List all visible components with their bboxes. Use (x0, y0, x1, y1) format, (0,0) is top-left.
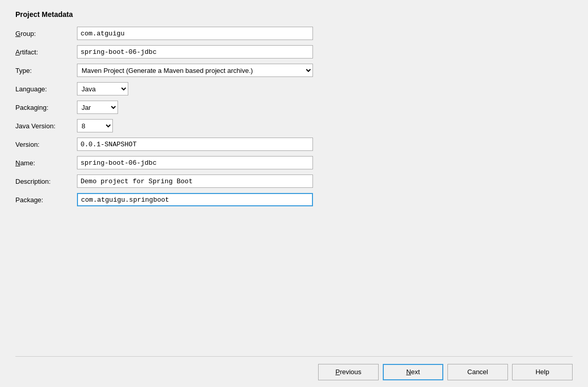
language-select[interactable]: Java Kotlin Groovy (77, 82, 128, 95)
next-button[interactable]: Next (383, 364, 443, 380)
group-input[interactable] (77, 27, 313, 40)
artifact-label: Artifact: (15, 48, 77, 56)
type-label: Type: (15, 67, 77, 74)
description-row: Description: (15, 175, 573, 188)
language-label: Language: (15, 85, 77, 93)
version-input[interactable] (77, 138, 313, 151)
description-input[interactable] (77, 175, 313, 188)
name-row: Name: (15, 156, 573, 169)
java-version-label: Java Version: (15, 122, 77, 130)
artifact-input[interactable] (77, 45, 313, 59)
package-label: Package: (15, 196, 77, 204)
group-row: Group: (15, 27, 573, 40)
packaging-label: Packaging: (15, 104, 77, 111)
language-row: Language: Java Kotlin Groovy (15, 82, 573, 95)
project-metadata-dialog: Project Metadata Group: Artifact: Type: … (0, 0, 588, 387)
previous-button[interactable]: Previous (318, 364, 379, 380)
name-label: Name: (15, 159, 77, 167)
section-title: Project Metadata (15, 10, 573, 18)
version-row: Version: (15, 138, 573, 151)
type-row: Type: Maven Project (Generate a Maven ba… (15, 64, 573, 77)
package-input[interactable] (77, 193, 313, 206)
button-bar: Previous Next Cancel Help (15, 356, 573, 387)
form-container: Project Metadata Group: Artifact: Type: … (15, 10, 573, 356)
java-version-select[interactable]: 8 11 17 (77, 119, 113, 132)
java-version-row: Java Version: 8 11 17 (15, 119, 573, 132)
packaging-row: Packaging: Jar War (15, 101, 573, 114)
type-select[interactable]: Maven Project (Generate a Maven based pr… (77, 64, 313, 77)
group-label: Group: (15, 30, 77, 37)
package-row: Package: (15, 193, 573, 206)
packaging-select[interactable]: Jar War (77, 101, 118, 114)
version-label: Version: (15, 141, 77, 148)
name-input[interactable] (77, 156, 313, 169)
description-label: Description: (15, 178, 77, 185)
cancel-button[interactable]: Cancel (447, 364, 508, 380)
help-button[interactable]: Help (512, 364, 573, 380)
artifact-row: Artifact: (15, 45, 573, 59)
